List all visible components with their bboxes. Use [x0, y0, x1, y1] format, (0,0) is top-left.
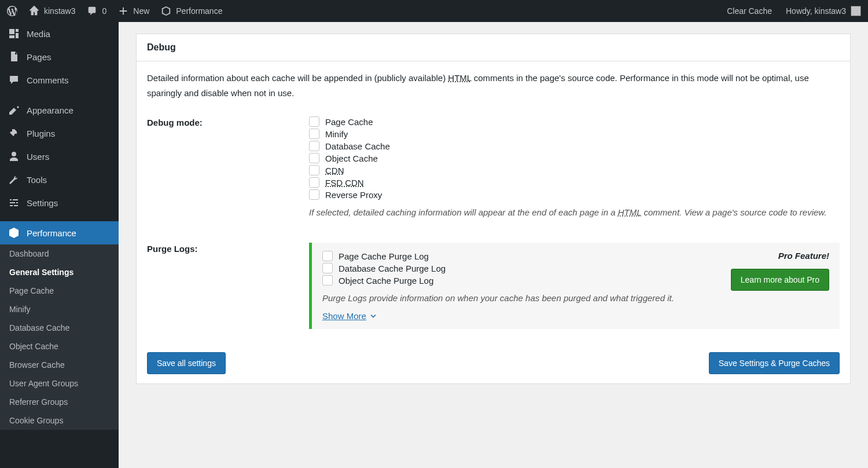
- chevron-down-icon: [369, 312, 378, 321]
- comment-icon: [87, 6, 97, 16]
- performance-menu-label: Performance: [176, 6, 222, 16]
- chk-object-cache[interactable]: [309, 153, 319, 163]
- sidebar-sub-browser-cache[interactable]: Browser Cache: [0, 356, 119, 374]
- html-abbr: HTML: [618, 207, 642, 217]
- chk-page-cache[interactable]: [309, 116, 319, 127]
- pro-feature-badge: Pro Feature!: [731, 251, 829, 261]
- cdn-abbr: CDN: [325, 166, 344, 176]
- wp-logo[interactable]: [7, 6, 17, 16]
- chk-database-cache-purge-log[interactable]: [322, 263, 333, 273]
- chk-fsd-cdn[interactable]: [309, 177, 319, 188]
- chk-label: CDN: [325, 166, 344, 176]
- chk-label: Object Cache: [325, 153, 378, 163]
- wordpress-icon: [7, 6, 17, 16]
- pro-feature-box: Page Cache Purge Log Database Cache Purg…: [309, 243, 840, 329]
- site-name[interactable]: kinstaw3: [29, 6, 75, 16]
- chk-label: Database Cache Purge Log: [339, 264, 446, 273]
- performance-menu[interactable]: Performance: [161, 6, 222, 16]
- button-row: Save all settings Save Settings & Purge …: [147, 352, 840, 374]
- chk-minify[interactable]: [309, 129, 319, 139]
- show-more-link[interactable]: Show More: [322, 311, 378, 321]
- chk-label: FSD CDN: [325, 178, 364, 188]
- sidebar-item-label: Appearance: [27, 105, 73, 115]
- new-content[interactable]: New: [118, 6, 149, 16]
- sidebar-sub-object-cache[interactable]: Object Cache: [0, 337, 119, 356]
- chk-cdn[interactable]: [309, 165, 319, 176]
- sidebar-item-label: Users: [27, 152, 49, 162]
- sidebar-item-comments[interactable]: Comments: [0, 68, 119, 92]
- save-settings-purge-caches-button[interactable]: Save Settings & Purge Caches: [709, 352, 840, 374]
- howdy-user[interactable]: Howdy, kinstaw3: [786, 6, 861, 16]
- settings-icon: [8, 197, 20, 209]
- chk-reverse-proxy[interactable]: [309, 189, 319, 200]
- debug-panel-header: Debug: [137, 34, 850, 61]
- panel-description: Detailed information about each cache wi…: [147, 71, 840, 100]
- chk-label: Object Cache Purge Log: [339, 276, 433, 286]
- comments-icon: [8, 74, 20, 86]
- sidebar-sub-page-cache[interactable]: Page Cache: [0, 281, 119, 300]
- debug-mode-desc: If selected, detailed caching informatio…: [309, 206, 840, 220]
- chk-label: Reverse Proxy: [325, 190, 382, 200]
- sidebar-item-label: Tools: [27, 175, 47, 185]
- debug-mode-label: Debug mode:: [147, 116, 309, 127]
- chk-object-cache-purge-log[interactable]: [322, 275, 333, 286]
- comments-count[interactable]: 0: [87, 6, 106, 16]
- chk-label: Page Cache: [325, 117, 373, 127]
- sidebar-item-pages[interactable]: Pages: [0, 45, 119, 68]
- comments-count-label: 0: [102, 6, 106, 16]
- clear-cache-link[interactable]: Clear Cache: [727, 6, 772, 16]
- admin-sidebar: Media Pages Comments Appearance Plugins …: [0, 22, 119, 407]
- box-icon: [161, 6, 171, 16]
- sidebar-item-label: Plugins: [27, 129, 55, 138]
- purge-logs-row: Purge Logs: Page Cache Purge Log Databas…: [147, 243, 840, 329]
- sidebar-item-performance[interactable]: Performance: [0, 221, 119, 244]
- sidebar-item-settings[interactable]: Settings: [0, 191, 119, 214]
- appearance-icon: [8, 104, 20, 116]
- avatar: [851, 6, 861, 16]
- sidebar-item-label: Performance: [27, 228, 76, 238]
- tools-icon: [8, 174, 20, 185]
- sidebar-sub-minify[interactable]: Minify: [0, 300, 119, 319]
- new-content-label: New: [133, 6, 149, 16]
- sidebar-sub-user-agent-groups[interactable]: User Agent Groups: [0, 374, 119, 393]
- chk-label: Database Cache: [325, 141, 390, 151]
- panel-title: Debug: [147, 42, 840, 53]
- chk-label: Minify: [325, 129, 348, 139]
- sidebar-item-media[interactable]: Media: [0, 22, 119, 45]
- save-all-settings-button[interactable]: Save all settings: [147, 352, 226, 374]
- plus-icon: [118, 6, 128, 16]
- pages-icon: [8, 51, 20, 63]
- chk-page-cache-purge-log[interactable]: [322, 251, 333, 261]
- purge-logs-label: Purge Logs:: [147, 243, 309, 254]
- sidebar-item-label: Comments: [27, 75, 69, 85]
- sidebar-sub-database-cache[interactable]: Database Cache: [0, 319, 119, 337]
- sidebar-item-label: Pages: [27, 52, 52, 62]
- sidebar-item-tools[interactable]: Tools: [0, 168, 119, 191]
- sidebar-item-label: Media: [27, 29, 50, 39]
- home-icon: [29, 6, 39, 16]
- main-content: Debug Detailed information about each ca…: [119, 22, 868, 407]
- debug-panel: Debug Detailed information about each ca…: [136, 34, 851, 384]
- fsd-cdn-abbr: FSD CDN: [325, 178, 364, 188]
- sidebar-item-users[interactable]: Users: [0, 145, 119, 168]
- learn-more-pro-button[interactable]: Learn more about Pro: [731, 269, 829, 291]
- media-icon: [8, 28, 20, 39]
- sidebar-item-label: Settings: [27, 198, 58, 208]
- html-abbr: HTML: [448, 73, 471, 83]
- sidebar-item-appearance[interactable]: Appearance: [0, 98, 119, 122]
- debug-mode-row: Debug mode: Page Cache Minify Database C…: [147, 116, 840, 220]
- plugins-icon: [8, 127, 20, 139]
- chk-database-cache[interactable]: [309, 141, 319, 151]
- sidebar-sub-referrer-groups[interactable]: Referrer Groups: [0, 393, 119, 407]
- sidebar-item-plugins[interactable]: Plugins: [0, 122, 119, 145]
- users-icon: [8, 151, 20, 162]
- admin-bar: kinstaw3 0 New Performance Clear Cache H…: [0, 0, 868, 22]
- purge-logs-desc: Purge Logs provide information on when y…: [322, 291, 719, 305]
- sidebar-sub-dashboard[interactable]: Dashboard: [0, 244, 119, 263]
- chk-label: Page Cache Purge Log: [339, 251, 429, 261]
- sidebar-sub-general-settings[interactable]: General Settings: [0, 263, 119, 281]
- site-name-label: kinstaw3: [44, 6, 75, 16]
- performance-icon: [8, 227, 20, 239]
